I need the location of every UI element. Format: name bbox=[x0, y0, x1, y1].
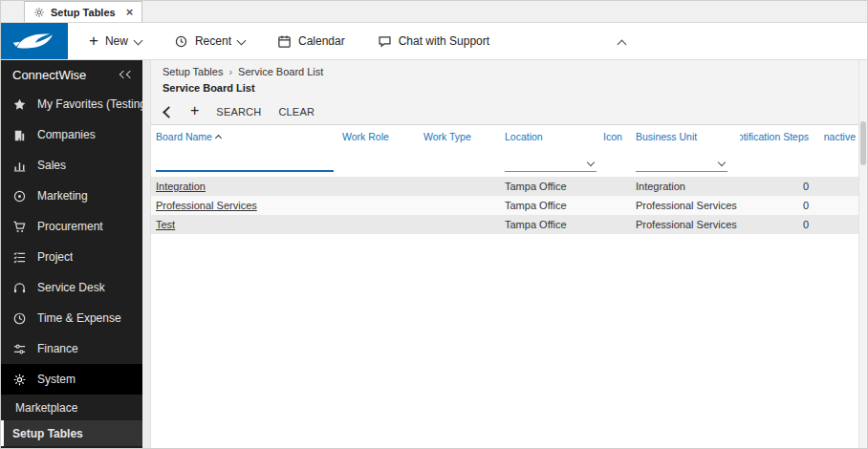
gear-icon bbox=[33, 7, 45, 18]
location-filter-dropdown[interactable] bbox=[505, 156, 597, 172]
new-label: New bbox=[105, 34, 128, 48]
service-desk-icon bbox=[12, 281, 27, 295]
calendar-icon bbox=[277, 34, 292, 49]
actions-toolbar: + SEARCH CLEAR bbox=[151, 99, 858, 125]
app-window: Setup Tables × + New Recent bbox=[0, 0, 868, 449]
sidebar-item-system[interactable]: System bbox=[1, 364, 142, 395]
cell-notification-steps: 0 bbox=[740, 219, 824, 230]
sidebar-item-sales[interactable]: Sales bbox=[1, 150, 142, 181]
sidebar-header: ConnectWise bbox=[1, 60, 142, 89]
marketing-icon bbox=[12, 189, 27, 203]
sidebar-item-project[interactable]: Project bbox=[1, 242, 142, 272]
sidebar-footer: Marketplace Setup Tables bbox=[1, 395, 142, 449]
chat-label: Chat with Support bbox=[399, 34, 489, 48]
main-column: Setup Tables › Service Board List Servic… bbox=[151, 60, 858, 448]
breadcrumb-separator-icon: › bbox=[228, 66, 232, 77]
table-row[interactable]: Integration Tampa Office Integration 0 bbox=[151, 177, 858, 196]
col-header-location[interactable]: Location bbox=[500, 131, 598, 142]
finance-icon bbox=[12, 342, 27, 356]
business-unit-filter-dropdown[interactable] bbox=[636, 156, 727, 172]
vertical-scrollbar[interactable] bbox=[858, 60, 867, 448]
cell-location: Tampa Office bbox=[500, 219, 598, 230]
cell-location: Tampa Office bbox=[500, 181, 598, 192]
sidebar-item-companies[interactable]: Companies bbox=[1, 119, 142, 150]
sidebar-scrollbar[interactable] bbox=[142, 60, 151, 448]
sidebar-item-time-expense[interactable]: Time & Expense bbox=[1, 303, 142, 333]
board-name-link[interactable]: Integration bbox=[156, 181, 206, 192]
calendar-label: Calendar bbox=[298, 34, 345, 48]
browser-tab-setup-tables[interactable]: Setup Tables × bbox=[24, 1, 142, 22]
companies-icon bbox=[12, 128, 27, 142]
col-header-notification-steps[interactable]: Notification Steps bbox=[740, 131, 824, 142]
board-name-link[interactable]: Professional Services bbox=[156, 200, 257, 211]
col-header-inactive[interactable]: Inactive bbox=[824, 131, 858, 142]
sidebar-item-procurement[interactable]: Procurement bbox=[1, 211, 142, 242]
tab-title: Setup Tables bbox=[51, 7, 116, 18]
table-header-row: Board Name Work Role Work Type Location … bbox=[151, 125, 858, 148]
page-title: Service Board List bbox=[163, 82, 847, 94]
sidebar-item-my-favorites[interactable]: My Favorites (Testing bbox=[1, 89, 142, 119]
clear-button[interactable]: CLEAR bbox=[278, 106, 315, 118]
sidebar-item-finance[interactable]: Finance bbox=[1, 333, 142, 364]
brand-label: ConnectWise bbox=[12, 68, 86, 82]
sidebar: ConnectWise My Favorites (Testing Compan… bbox=[1, 60, 142, 448]
col-header-business-unit[interactable]: Business Unit bbox=[631, 131, 740, 142]
chat-support-menu[interactable]: Chat with Support bbox=[378, 34, 489, 49]
back-chevron-icon[interactable] bbox=[163, 106, 175, 118]
app-body: ConnectWise My Favorites (Testing Compan… bbox=[1, 60, 867, 448]
sidebar-item-setup-tables[interactable]: Setup Tables bbox=[1, 420, 142, 446]
main-area: Setup Tables › Service Board List Servic… bbox=[151, 60, 867, 448]
connectwise-bird-icon bbox=[7, 26, 62, 56]
system-gear-icon bbox=[12, 373, 27, 387]
board-name-link[interactable]: Test bbox=[156, 219, 175, 230]
time-expense-icon bbox=[12, 311, 27, 326]
add-record-button[interactable]: + bbox=[190, 103, 199, 118]
history-icon bbox=[174, 34, 188, 49]
project-icon bbox=[12, 250, 27, 265]
chevron-down-icon bbox=[587, 159, 595, 166]
recent-menu[interactable]: Recent bbox=[174, 34, 245, 49]
sales-icon bbox=[12, 159, 27, 173]
breadcrumb-current: Service Board List bbox=[238, 66, 323, 77]
breadcrumb: Setup Tables › Service Board List bbox=[163, 66, 847, 77]
sidebar-item-marketplace[interactable]: Marketplace bbox=[1, 395, 142, 420]
collapse-sidebar-icon[interactable] bbox=[120, 72, 133, 77]
col-header-work-role[interactable]: Work Role bbox=[337, 131, 419, 142]
cell-business-unit: Integration bbox=[631, 181, 740, 192]
col-header-icon[interactable]: Icon bbox=[598, 131, 631, 142]
connectwise-logo[interactable] bbox=[1, 23, 68, 59]
chevron-down-icon bbox=[237, 35, 247, 45]
cell-business-unit: Professional Services bbox=[631, 200, 740, 211]
cell-notification-steps: 0 bbox=[740, 181, 824, 192]
close-icon[interactable]: × bbox=[126, 6, 134, 18]
chevron-down-icon bbox=[134, 35, 143, 45]
cell-business-unit: Professional Services bbox=[631, 219, 740, 230]
scrollbar-thumb[interactable] bbox=[860, 121, 866, 165]
cell-location: Tampa Office bbox=[500, 200, 598, 211]
star-icon bbox=[12, 97, 27, 112]
col-header-board-name[interactable]: Board Name bbox=[151, 131, 337, 142]
table-row[interactable]: Professional Services Tampa Office Profe… bbox=[151, 196, 858, 215]
sidebar-item-marketing[interactable]: Marketing bbox=[1, 181, 142, 211]
sidebar-item-service-desk[interactable]: Service Desk bbox=[1, 272, 142, 303]
chat-icon bbox=[378, 34, 392, 49]
new-menu[interactable]: + New bbox=[89, 34, 141, 49]
calendar-menu[interactable]: Calendar bbox=[277, 34, 345, 49]
col-header-work-type[interactable]: Work Type bbox=[419, 131, 500, 142]
collapse-toolbar-chevron[interactable] bbox=[618, 40, 627, 50]
breadcrumb-bar: Setup Tables › Service Board List Servic… bbox=[151, 60, 858, 99]
procurement-icon bbox=[12, 220, 27, 234]
search-button[interactable]: SEARCH bbox=[216, 106, 261, 118]
sort-asc-icon bbox=[215, 134, 222, 140]
breadcrumb-setup-tables[interactable]: Setup Tables bbox=[163, 66, 223, 77]
toolbar-menu: + New Recent Calendar Chat with Support bbox=[89, 34, 489, 49]
plus-icon: + bbox=[89, 32, 98, 49]
table-filter-row bbox=[151, 148, 858, 177]
recent-label: Recent bbox=[195, 34, 231, 48]
browser-tab-bar: Setup Tables × bbox=[1, 1, 867, 23]
board-name-filter-input[interactable] bbox=[156, 155, 334, 172]
table-row[interactable]: Test Tampa Office Professional Services … bbox=[151, 215, 858, 234]
cell-notification-steps: 0 bbox=[740, 200, 824, 211]
chevron-down-icon bbox=[718, 159, 726, 166]
top-toolbar: + New Recent Calendar Chat with Support bbox=[1, 23, 867, 60]
